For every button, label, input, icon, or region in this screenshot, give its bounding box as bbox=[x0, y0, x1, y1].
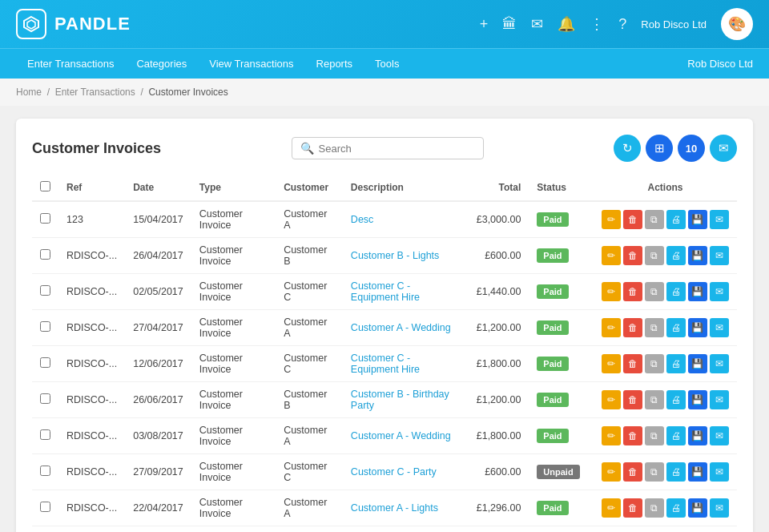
print-button[interactable]: 🖨 bbox=[666, 462, 686, 482]
delete-button[interactable]: 🗑 bbox=[623, 390, 642, 409]
row-actions: ✏ 🗑 ⧉ 🖨 💾 ✉ bbox=[594, 238, 737, 274]
copy-button[interactable]: ⧉ bbox=[645, 282, 664, 301]
count-button[interactable]: 10 bbox=[678, 135, 705, 162]
row-checkbox-8[interactable] bbox=[40, 502, 50, 512]
row-checkbox-4[interactable] bbox=[40, 357, 50, 368]
delete-button[interactable]: 🗑 bbox=[623, 210, 642, 229]
edit-button[interactable]: ✏ bbox=[602, 354, 621, 373]
row-customer: Customer A bbox=[276, 490, 343, 526]
save-button[interactable]: 💾 bbox=[688, 246, 707, 265]
row-description[interactable]: Desc bbox=[343, 201, 469, 238]
email-row-button[interactable]: ✉ bbox=[710, 462, 729, 482]
print-button[interactable]: 🖨 bbox=[666, 498, 686, 518]
copy-button[interactable]: ⧉ bbox=[645, 426, 664, 445]
refresh-button[interactable]: ↻ bbox=[614, 135, 641, 162]
breadcrumb-section[interactable]: Enter Transactions bbox=[55, 87, 135, 98]
copy-button[interactable]: ⧉ bbox=[645, 498, 664, 518]
delete-button[interactable]: 🗑 bbox=[623, 426, 642, 445]
edit-button[interactable]: ✏ bbox=[602, 426, 621, 445]
row-checkbox-6[interactable] bbox=[40, 429, 50, 440]
plus-icon[interactable]: + bbox=[480, 16, 489, 33]
select-all-checkbox[interactable] bbox=[40, 181, 50, 191]
save-button[interactable]: 💾 bbox=[688, 318, 707, 337]
copy-button[interactable]: ⧉ bbox=[645, 210, 664, 229]
email-row-button[interactable]: ✉ bbox=[710, 354, 729, 373]
row-checkbox-0[interactable] bbox=[40, 213, 50, 224]
row-checkbox-1[interactable] bbox=[40, 249, 50, 260]
save-button[interactable]: 💾 bbox=[688, 426, 707, 445]
edit-button[interactable]: ✏ bbox=[602, 282, 621, 301]
email-row-button[interactable]: ✉ bbox=[710, 246, 729, 265]
table-view-button[interactable]: ⊞ bbox=[646, 135, 673, 162]
row-action-buttons: ✏ 🗑 ⧉ 🖨 💾 ✉ bbox=[602, 354, 729, 373]
dots-icon[interactable]: ⋮ bbox=[590, 15, 604, 33]
save-button[interactable]: 💾 bbox=[688, 210, 707, 229]
delete-button[interactable]: 🗑 bbox=[623, 462, 642, 482]
delete-button[interactable]: 🗑 bbox=[623, 318, 642, 337]
save-button[interactable]: 💾 bbox=[688, 354, 707, 373]
row-description[interactable]: Customer A - Lights bbox=[343, 490, 469, 526]
row-checkbox-7[interactable] bbox=[40, 466, 50, 476]
nav-view-transactions[interactable]: View Transactions bbox=[198, 49, 304, 79]
print-button[interactable]: 🖨 bbox=[666, 318, 686, 337]
row-description[interactable]: Customer B - Lights bbox=[343, 238, 469, 274]
breadcrumb-home[interactable]: Home bbox=[16, 87, 42, 98]
print-button[interactable]: 🖨 bbox=[666, 246, 686, 265]
edit-button[interactable]: ✏ bbox=[602, 390, 621, 409]
copy-button[interactable]: ⧉ bbox=[645, 390, 664, 409]
search-input[interactable] bbox=[319, 143, 475, 155]
email-row-button[interactable]: ✉ bbox=[710, 282, 729, 301]
nav-enter-transactions[interactable]: Enter Transactions bbox=[16, 49, 125, 79]
row-description[interactable]: Customer C - Equipment Hire bbox=[343, 346, 469, 382]
edit-button[interactable]: ✏ bbox=[602, 498, 621, 518]
delete-button[interactable]: 🗑 bbox=[623, 246, 642, 265]
edit-button[interactable]: ✏ bbox=[602, 210, 621, 229]
copy-button[interactable]: ⧉ bbox=[645, 318, 664, 337]
email-row-button[interactable]: ✉ bbox=[710, 498, 729, 518]
delete-button[interactable]: 🗑 bbox=[623, 354, 642, 373]
print-button[interactable]: 🖨 bbox=[666, 354, 686, 373]
save-button[interactable]: 💾 bbox=[688, 390, 707, 409]
save-button[interactable]: 💾 bbox=[688, 498, 707, 518]
email-row-button[interactable]: ✉ bbox=[710, 426, 729, 445]
status-badge: Paid bbox=[537, 393, 568, 407]
copy-button[interactable]: ⧉ bbox=[645, 246, 664, 265]
copy-button[interactable]: ⧉ bbox=[645, 462, 664, 482]
email-button[interactable]: ✉ bbox=[710, 135, 737, 162]
bank-icon[interactable]: 🏛 bbox=[502, 16, 517, 33]
row-description[interactable]: Customer C - Equipment Hire bbox=[343, 274, 469, 310]
save-button[interactable]: 💾 bbox=[688, 282, 707, 301]
print-button[interactable]: 🖨 bbox=[666, 282, 686, 301]
email-row-button[interactable]: ✉ bbox=[710, 318, 729, 337]
row-status: Paid bbox=[529, 310, 594, 346]
email-row-button[interactable]: ✉ bbox=[710, 390, 729, 409]
print-button[interactable]: 🖨 bbox=[666, 426, 686, 445]
row-description[interactable]: Customer C - Party bbox=[343, 454, 469, 490]
save-button[interactable]: 💾 bbox=[688, 462, 707, 482]
row-description[interactable]: Customer A - Wedding bbox=[343, 310, 469, 346]
print-button[interactable]: 🖨 bbox=[666, 210, 686, 229]
email-icon[interactable]: ✉ bbox=[531, 15, 543, 33]
edit-button[interactable]: ✏ bbox=[602, 246, 621, 265]
delete-button[interactable]: 🗑 bbox=[623, 282, 642, 301]
row-type: Customer Invoice bbox=[191, 382, 276, 418]
nav-reports[interactable]: Reports bbox=[305, 49, 364, 79]
nav-tools[interactable]: Tools bbox=[364, 49, 410, 79]
nav-categories[interactable]: Categories bbox=[125, 49, 198, 79]
row-description[interactable]: Customer A - Wedding bbox=[343, 418, 469, 454]
row-checkbox-3[interactable] bbox=[40, 321, 50, 332]
edit-button[interactable]: ✏ bbox=[602, 318, 621, 337]
edit-button[interactable]: ✏ bbox=[602, 462, 621, 482]
help-icon[interactable]: ? bbox=[618, 16, 626, 33]
row-type: Customer Invoice bbox=[191, 274, 276, 310]
print-button[interactable]: 🖨 bbox=[666, 390, 686, 409]
row-description[interactable]: Customer A - Lights bbox=[343, 526, 469, 533]
bell-icon[interactable]: 🔔 bbox=[558, 15, 575, 33]
copy-button[interactable]: ⧉ bbox=[645, 354, 664, 373]
email-row-button[interactable]: ✉ bbox=[710, 210, 729, 229]
row-description[interactable]: Customer B - Birthday Party bbox=[343, 382, 469, 418]
row-checkbox-5[interactable] bbox=[40, 393, 50, 404]
row-checkbox-2[interactable] bbox=[40, 285, 50, 296]
delete-button[interactable]: 🗑 bbox=[623, 498, 642, 518]
avatar[interactable]: 🎨 bbox=[721, 8, 753, 40]
